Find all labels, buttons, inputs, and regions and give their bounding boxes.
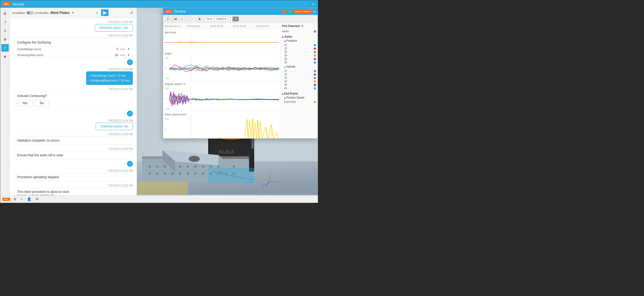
- configure-dropdown-1[interactable]: ▾: [128, 53, 129, 57]
- msg8-timestamp: 7/4/2024 5:15:01 PM: [14, 169, 133, 172]
- svg-point-42: [179, 172, 182, 175]
- svg-point-55: [220, 172, 222, 173]
- activate-question: Activate Contouring?: [17, 94, 47, 98]
- tl-speed-dropdown[interactable]: °/s ▾: [204, 16, 214, 21]
- bottom-close-icon[interactable]: ×: [20, 197, 24, 202]
- selected-option-yes[interactable]: Selected option: Yes: [95, 24, 133, 32]
- checkmark-circle-2: ✓: [127, 111, 133, 116]
- skipped-bubble: Procedure uploading skipped.: [14, 173, 133, 181]
- svg-text:100: 100: [165, 57, 169, 59]
- alert-level-chart: [164, 34, 279, 49]
- legend-alert-label: Alerts: [282, 30, 289, 33]
- svg-text:100: 100: [165, 87, 169, 90]
- checkmark-circle: ✓: [127, 59, 133, 65]
- message-skipped: 7/4/2024 5:15:01 PM Procedure uploading …: [14, 169, 133, 181]
- svg-point-41: [171, 172, 174, 175]
- legend-j5: J5: [284, 57, 316, 61]
- time-mark-3: 00:01:20.00: [256, 25, 279, 28]
- sidebar-icon-target[interactable]: ⊕: [1, 36, 9, 43]
- bottom-user-icon[interactable]: 👤: [26, 197, 32, 202]
- selected-option-no[interactable]: Selected option: No: [96, 123, 133, 130]
- sidebar-icon-robot[interactable]: ⚙: [1, 10, 9, 17]
- project-dropdown[interactable]: ▼: [71, 11, 75, 15]
- tl-arrow-btn[interactable]: →: [186, 17, 192, 21]
- alert-level-row: alert level: [163, 29, 280, 50]
- svg-point-34: [210, 165, 212, 168]
- msg3-timestamp: 7/4/2024 5:14:53 PM: [108, 68, 133, 71]
- tl-back-btn[interactable]: ⟪: [165, 16, 171, 21]
- legend-spd-j4: J4: [284, 80, 316, 83]
- play-button[interactable]: ▶: [101, 9, 109, 16]
- msg5-timestamp: 7/4/2024 5:14:54 PM: [108, 119, 133, 122]
- tl-unit-dropdown[interactable]: mm/s ▾: [215, 16, 228, 21]
- sidebar-icons: ⚙ ↗ ≡ ⊕ ✓ ◉: [0, 8, 10, 195]
- chat-panel: simulation production Weld Plates ▼ × ▶ …: [10, 8, 137, 195]
- legend-plot-channels: Plot Channels ⚙: [282, 25, 316, 28]
- reset-button[interactable]: ↺: [129, 10, 134, 15]
- production-label: production: [35, 11, 49, 14]
- close-chat-button[interactable]: ×: [95, 10, 99, 15]
- activate-buttons: Yes No: [17, 100, 129, 106]
- yes-button[interactable]: Yes: [17, 100, 33, 106]
- configure-header: Configure the Surfacing: [14, 38, 133, 46]
- legend-j3: J3: [284, 50, 316, 54]
- message-selected-no: 7/4/2024 5:14:54 PM Selected option: No: [14, 119, 133, 130]
- sidebar-icon-check[interactable]: ✓: [1, 44, 9, 52]
- svg-text:400: 400: [165, 118, 169, 120]
- app-title: decode: [13, 2, 24, 6]
- legend-speeds-title: ▴ Speeds: [284, 65, 316, 68]
- svg-point-33: [202, 165, 205, 168]
- bottom-settings-icon[interactable]: ⚙: [12, 197, 18, 202]
- tl-menu-btn[interactable]: ≡: [233, 17, 239, 21]
- legend-j6: J6: [284, 61, 316, 64]
- toggle-dot[interactable]: [26, 11, 34, 15]
- configure-label-0: OuterMargin (mm): [17, 48, 105, 51]
- angle-label: angle °: [163, 52, 280, 56]
- timeline-charts: time hh:mm:s.s 00:00:20.00 00:00:40.00 0…: [163, 23, 280, 138]
- message-selected-yes: 7/4/2024 5:14:49 PM Selected option: Yes: [14, 21, 133, 32]
- svg-text:0: 0: [165, 128, 166, 130]
- tl-sep2: [230, 17, 230, 21]
- timeline-title-bar: HAL Timeline 3 1 HALProcedure ×: [163, 8, 318, 15]
- close-button[interactable]: ×: [310, 1, 316, 7]
- bottom-config-icon[interactable]: ⚙: [34, 197, 40, 202]
- no-button[interactable]: No: [35, 100, 49, 106]
- sidebar-icon-settings[interactable]: ≡: [1, 27, 9, 34]
- message-validation: 7/4/2024 5:14:58 PM Validation complete:…: [14, 133, 133, 145]
- angle-row: angle ° 100 0 -100: [163, 50, 280, 81]
- msg4-timestamp: 7/4/2024 5:14:53 PM: [14, 88, 133, 91]
- plot-settings-icon[interactable]: ⚙: [301, 25, 303, 28]
- svg-point-44: [194, 172, 197, 175]
- configure-unit-0: mm: [120, 48, 126, 51]
- svg-marker-68: [137, 182, 188, 194]
- configure-dropdown-0[interactable]: ▾: [128, 47, 129, 51]
- viewport-3d[interactable]: KUKA: [137, 8, 318, 195]
- legend-j2: J2: [284, 47, 316, 50]
- title-bar: HAL decode − ×: [0, 0, 318, 8]
- tl-plus-btn[interactable]: +: [179, 17, 185, 21]
- minimize-button[interactable]: −: [303, 1, 309, 7]
- tl-start-btn[interactable]: |◀: [172, 16, 178, 21]
- svg-point-26: [148, 165, 151, 168]
- time-mark-0: 00:00:20.00: [187, 25, 210, 28]
- svg-point-31: [187, 165, 189, 168]
- linear-speed-row: linear speed mm/s 400 0: [163, 111, 280, 138]
- sidebar-icon-path[interactable]: ↗: [1, 18, 9, 26]
- timeline-close[interactable]: ×: [313, 9, 315, 14]
- message-configure: 7/4/2024 5:14:50 PM Configure the Surfac…: [14, 34, 133, 65]
- legend-spd-j5: J5: [284, 83, 316, 87]
- badge-blue: 1: [288, 10, 292, 13]
- msg6-timestamp: 7/4/2024 5:14:58 PM: [14, 133, 133, 136]
- message-ensure: 7/4/2024 5:14:59 PM Ensure that the work…: [14, 147, 133, 167]
- window-body: ⚙ ↗ ≡ ⊕ ✓ ◉ simulation production Weld P…: [0, 8, 318, 195]
- params-line2: • SurfacingStep (mm) = 20 mm: [89, 78, 130, 83]
- configure-label-1: SurfacingStep (mm): [17, 53, 105, 57]
- timeline-logo: HAL: [165, 10, 172, 13]
- configure-row-0: OuterMargin (mm) 5 mm ▾: [14, 46, 133, 52]
- svg-text:KUKA: KUKA: [218, 149, 235, 155]
- sidebar-icon-pin[interactable]: ◉: [1, 53, 9, 60]
- message-start-confirm: 7/4/2024 5:15:01 PM The robot procedure …: [14, 184, 133, 195]
- tl-triangle-btn[interactable]: ▶: [197, 16, 203, 21]
- svg-point-28: [164, 165, 166, 168]
- sim-prod-toggle[interactable]: simulation production: [12, 11, 49, 15]
